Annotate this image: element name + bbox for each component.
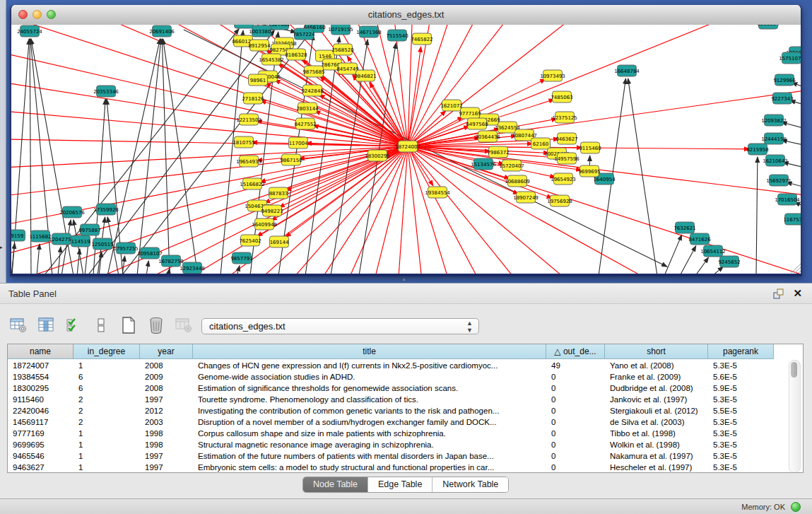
table-cell[interactable]: Estimation of the future numbers of pati… bbox=[193, 450, 546, 462]
graph-node[interactable]: 19654923 bbox=[551, 173, 576, 185]
graph-node[interactable]: 14957596 bbox=[554, 153, 579, 164]
table-cell[interactable]: 18724007 bbox=[8, 360, 73, 371]
graph-node[interactable]: 7986372 bbox=[487, 146, 509, 158]
table-cell[interactable]: Nakamura et al. (1997) bbox=[605, 450, 708, 462]
table-cell[interactable]: 5.3E-5 bbox=[708, 462, 774, 473]
table-cell[interactable]: 0 bbox=[546, 450, 605, 462]
graph-node[interactable]: 9846821 bbox=[354, 70, 376, 81]
table-scrollbar-thumb[interactable] bbox=[791, 362, 797, 378]
graph-node[interactable]: 15692971 bbox=[766, 175, 792, 186]
graph-node[interactable]: 7632621 bbox=[673, 222, 695, 233]
table-cell[interactable]: 2 bbox=[73, 416, 140, 428]
column-header-short[interactable]: short bbox=[605, 344, 708, 359]
table-cell[interactable]: 5.3E-5 bbox=[708, 416, 774, 428]
column-header-out-de-[interactable]: △ out_de... bbox=[546, 344, 605, 359]
table-settings-icon[interactable] bbox=[8, 315, 28, 335]
table-cell[interactable]: 0 bbox=[546, 371, 605, 382]
table-cell[interactable]: Dudbridge et al. (2008) bbox=[605, 382, 708, 394]
table-cell[interactable]: Franke et al. (2009) bbox=[605, 371, 708, 382]
graph-node[interactable]: 9498223 bbox=[261, 205, 283, 216]
graph-node[interactable]: 9857791 bbox=[230, 252, 252, 264]
table-cell[interactable]: Structural magnetic resonance image aver… bbox=[193, 439, 546, 450]
table-cell[interactable]: Tibbo et al. (1998) bbox=[605, 428, 708, 439]
graph-node[interactable]: 1810755 bbox=[233, 136, 254, 148]
table-cell[interactable]: 1998 bbox=[140, 439, 193, 450]
graph-node[interactable]: 8813054 bbox=[757, 25, 779, 29]
table-cell[interactable]: 9463627 bbox=[8, 462, 73, 473]
new-table-icon[interactable] bbox=[119, 315, 139, 335]
graph-node[interactable]: 20691406 bbox=[149, 25, 175, 37]
table-cell[interactable]: 5.5E-5 bbox=[708, 405, 774, 416]
graph-node[interactable]: 1621072 bbox=[440, 100, 462, 111]
network-window-titlebar[interactable]: citations_edges.txt bbox=[11, 5, 801, 25]
graph-node[interactable]: 10973493 bbox=[540, 70, 565, 81]
tab-edge-table[interactable]: Edge Table bbox=[368, 477, 433, 492]
graph-node[interactable]: 12093822 bbox=[761, 115, 787, 126]
graph-node[interactable]: 18300295 bbox=[365, 150, 390, 161]
graph-node[interactable]: 10654112 bbox=[700, 245, 726, 257]
table-cell[interactable]: 9115460 bbox=[8, 394, 73, 405]
table-cell[interactable]: 1997 bbox=[140, 462, 193, 473]
graph-node[interactable]: 20206576 bbox=[59, 206, 85, 218]
table-cell[interactable]: 1 bbox=[73, 439, 140, 450]
graph-node[interactable]: 7625402 bbox=[239, 235, 261, 246]
graph-node[interactable]: 15166822 bbox=[240, 178, 265, 189]
table-cell[interactable]: Disruption of a novel member of a sodium… bbox=[193, 416, 546, 428]
table-cell[interactable]: 18300295 bbox=[8, 382, 73, 394]
table-cell[interactable]: 22420046 bbox=[8, 405, 73, 416]
graph-node[interactable]: 15720407 bbox=[499, 160, 524, 171]
column-header-in-degree[interactable]: in_degree bbox=[73, 344, 140, 359]
graph-node[interactable]: 2568520 bbox=[331, 44, 353, 55]
table-cell[interactable]: 6 bbox=[73, 371, 140, 382]
column-visibility-icon[interactable] bbox=[36, 315, 56, 335]
graph-node[interactable]: 9129966 bbox=[773, 74, 796, 86]
table-cell[interactable]: 2003 bbox=[140, 416, 193, 428]
table-cell[interactable]: 9777169 bbox=[8, 428, 73, 439]
table-cell[interactable]: Stergiakouli et al. (2012) bbox=[605, 405, 708, 416]
table-cell[interactable]: Genome-wide association studies in ADHD. bbox=[193, 371, 546, 382]
table-cell[interactable]: 0 bbox=[546, 394, 605, 405]
graph-node[interactable]: 9699695 bbox=[578, 165, 600, 177]
graph-node[interactable]: 20353346 bbox=[93, 86, 119, 97]
graph-node[interactable]: 16409948 bbox=[252, 218, 277, 230]
graph-node[interactable]: 9245652 bbox=[718, 256, 740, 267]
graph-node[interactable]: 8471626 bbox=[688, 233, 711, 245]
graph-node[interactable]: 7465822 bbox=[411, 33, 433, 45]
table-cell[interactable]: Investigating the contribution of common… bbox=[193, 405, 546, 416]
graph-node[interactable]: 169144 bbox=[270, 236, 289, 247]
graph-node[interactable]: 1115682 bbox=[29, 230, 51, 242]
graph-node[interactable]: 24055724 bbox=[17, 25, 42, 37]
table-cell[interactable]: 2 bbox=[73, 405, 140, 416]
graph-node[interactable]: 6497568 bbox=[466, 118, 488, 129]
table-cell[interactable]: Wolkin et al. (1998) bbox=[605, 439, 708, 450]
graph-node[interactable]: 114519 bbox=[71, 235, 90, 247]
graph-node[interactable]: 12042757 bbox=[49, 233, 74, 245]
graph-node[interactable]: 117004 bbox=[289, 137, 308, 148]
table-cell[interactable]: 2009 bbox=[140, 371, 193, 382]
table-cell[interactable]: 19384554 bbox=[8, 371, 73, 382]
graph-node[interactable]: 18724007 bbox=[395, 141, 420, 152]
table-cell[interactable]: 2012 bbox=[140, 405, 193, 416]
graph-node[interactable]: 9867150 bbox=[280, 154, 302, 165]
graph-node[interactable]: 8912954 bbox=[248, 40, 271, 51]
graph-node[interactable]: 15751074 bbox=[779, 52, 801, 64]
table-cell[interactable]: 1 bbox=[73, 360, 140, 371]
graph-node[interactable]: 8186328 bbox=[285, 49, 307, 60]
graph-node[interactable]: 62160 bbox=[531, 138, 551, 149]
memory-ok-indicator[interactable] bbox=[791, 502, 801, 512]
table-cell[interactable]: Jankovic et al. (1997) bbox=[605, 394, 708, 405]
graph-node[interactable]: 16648784 bbox=[614, 65, 640, 76]
tab-node-table[interactable]: Node Table bbox=[303, 477, 368, 492]
table-scrollbar[interactable] bbox=[789, 360, 801, 473]
graph-node[interactable]: 16210643 bbox=[763, 155, 788, 166]
graph-node[interactable]: 12923448 bbox=[180, 262, 205, 274]
table-cell[interactable]: 0 bbox=[546, 462, 605, 473]
graph-node[interactable]: 10719155 bbox=[328, 25, 353, 35]
graph-node[interactable]: 16545382 bbox=[259, 54, 284, 65]
table-cell[interactable]: 1998 bbox=[140, 428, 193, 439]
table-cell[interactable]: 5.6E-5 bbox=[708, 371, 774, 382]
column-header-pagerank[interactable]: pagerank bbox=[708, 344, 774, 359]
graph-node[interactable]: 9115460 bbox=[579, 142, 601, 153]
graph-node[interactable]: 10958107 bbox=[137, 247, 163, 259]
table-source-dropdown[interactable]: citations_edges.txt ▲▼ bbox=[201, 318, 479, 334]
